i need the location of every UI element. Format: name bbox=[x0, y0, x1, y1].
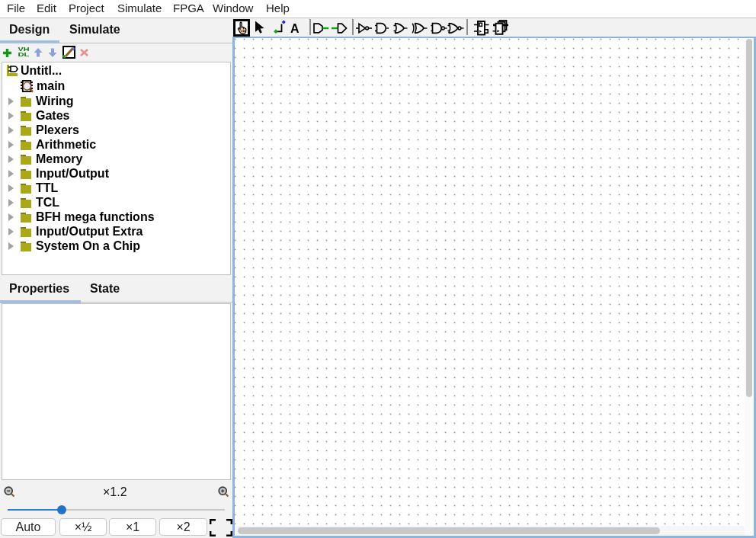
svg-text:DL: DL bbox=[18, 51, 29, 57]
